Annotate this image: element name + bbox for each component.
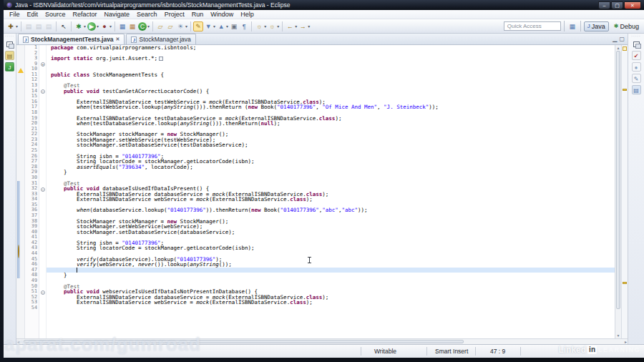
code-line-3[interactable]: import static org.junit.Assert.*; (47, 56, 615, 62)
vertical-scroll-thumb[interactable] (616, 51, 620, 309)
warning-marker-icon[interactable] (18, 56, 24, 61)
dropdown-arrow-icon[interactable]: ▾ (264, 24, 266, 29)
folding-ruler[interactable]: +––– (39, 45, 47, 338)
quick-access-box[interactable]: Quick Access (504, 21, 561, 31)
code-line-17[interactable]: when(testWebService.lookup(anyString()))… (47, 104, 615, 110)
toolbar-new-wizard-button[interactable]: ✚▾ (6, 21, 19, 31)
dropdown-arrow-icon[interactable]: ▾ (295, 24, 297, 29)
toolbar-open-task-button[interactable]: ▱ (155, 21, 165, 31)
vertical-scrollbar[interactable]: ▲ ▼ (615, 45, 621, 338)
code-line-34[interactable]: ExternalISBNDataService webService = moc… (47, 197, 615, 202)
dropdown-arrow-icon[interactable]: ▾ (226, 24, 228, 29)
dropdown-arrow-icon[interactable]: ▾ (16, 24, 18, 29)
minimize-button[interactable]: – (598, 1, 610, 9)
fold-collapse-icon[interactable]: – (39, 181, 47, 194)
menu-help[interactable]: Help (237, 10, 258, 19)
connections-icon[interactable]: ● (632, 62, 641, 72)
code-line-47[interactable] (47, 268, 615, 273)
line-number-ruler[interactable]: 1239101112131415161718192021222324252627… (25, 45, 39, 338)
toolbar-annotation-nav-2-button[interactable]: ☼▾ (267, 21, 280, 31)
quickfix-bulb-icon[interactable] (18, 245, 24, 250)
toolbar-run-button[interactable]: ▶▾ (87, 21, 99, 31)
close-button[interactable]: ✕ (624, 1, 641, 9)
drag-handle[interactable]: ····· (5, 34, 14, 37)
overview-warning-marker[interactable] (623, 282, 627, 284)
minimize-editor-icon[interactable]: ▁ (613, 36, 617, 42)
code-text-area[interactable]: package com.virtualpairprogrammers.isbnt… (47, 45, 615, 338)
code-line-30[interactable] (47, 175, 615, 181)
toolbar-mark-occurrences-button[interactable]: ✎ (193, 21, 203, 31)
toolbar-print-button[interactable]: ▤ (44, 21, 54, 31)
toolbar-save-all-button[interactable]: ▤ (34, 21, 44, 31)
restore-view-icon[interactable] (5, 39, 14, 49)
toolbar-search-button[interactable]: ☀▾ (175, 21, 188, 31)
title-bar[interactable]: Java - ISBNValidator/test/com/virtualpai… (4, 0, 644, 10)
toolbar-new-java-project-button[interactable]: ▦ (117, 21, 127, 31)
code-line-29[interactable]: } (47, 170, 615, 175)
menu-run[interactable]: Run (188, 10, 208, 19)
code-line-20[interactable]: when(testDatabaseService.lookup(anyStrin… (47, 121, 615, 127)
dropdown-arrow-icon[interactable]: ▾ (308, 24, 310, 29)
code-line-36[interactable]: when(databaseService.lookup("0140177396"… (47, 207, 615, 213)
menu-window[interactable]: Window (207, 10, 237, 19)
toolbar-back-button[interactable]: ←▾ (285, 21, 298, 31)
toolbar-open-resource-button[interactable]: ▱ (165, 21, 175, 31)
maximize-editor-icon[interactable]: ▢ (619, 36, 625, 42)
perspective-java-button[interactable]: JJava (584, 21, 609, 31)
perspective-debug-button[interactable]: ✱Debug (611, 22, 642, 31)
dropdown-arrow-icon[interactable]: ▾ (97, 24, 99, 29)
code-line-9[interactable] (47, 62, 615, 67)
toolbar-save-button[interactable]: ▤ (24, 21, 34, 31)
toolbar-new-class-button[interactable]: C▾ (137, 21, 150, 31)
menu-navigate[interactable]: Navigate (101, 10, 134, 19)
code-line-28[interactable]: assertEquals("739634", locatorCode); (47, 165, 615, 170)
dropdown-arrow-icon[interactable]: ▾ (185, 24, 187, 29)
code-line-11[interactable]: public class StockManagementTests { (47, 72, 615, 78)
scroll-up-icon[interactable]: ▲ (615, 46, 621, 50)
toolbar-coverage-button[interactable]: ●▾ (99, 21, 112, 31)
toolbar-pointer-mode-button[interactable]: ↖ (59, 21, 69, 31)
outline-icon[interactable]: ▤ (632, 85, 641, 94)
toolbar-last-edit-location-button[interactable]: ▣ (229, 21, 239, 31)
code-line-46[interactable]: verify(webService, never()).lookup(anySt… (47, 262, 615, 268)
toolbar-new-package-button[interactable]: ▦ (127, 21, 137, 31)
code-line-43[interactable]: String locatorCode = stockManager.getLoc… (47, 245, 615, 251)
toolbar-forward-button[interactable]: →▾ (298, 21, 311, 31)
open-perspective-button[interactable]: ▦ (567, 21, 577, 31)
dropdown-arrow-icon[interactable]: ▾ (213, 24, 215, 29)
javadoc-icon[interactable]: ✎ (632, 74, 641, 83)
code-line-24[interactable]: stockManager.setDatabaseService(testData… (47, 142, 615, 148)
code-line-54[interactable] (47, 305, 615, 311)
menu-source[interactable]: Source (42, 10, 69, 19)
junit-icon[interactable]: J (5, 62, 14, 72)
menu-edit[interactable]: Edit (24, 10, 42, 19)
overview-ruler[interactable] (621, 45, 628, 338)
code-line-40[interactable]: stockManager.setDatabaseService(database… (47, 230, 615, 235)
toolbar-next-annotation-button[interactable]: ▼▾ (203, 21, 216, 31)
fold-collapse-icon[interactable]: – (39, 83, 47, 96)
overview-warning-marker[interactable] (623, 89, 627, 91)
fold-expand-icon[interactable]: + (39, 56, 47, 69)
dropdown-arrow-icon[interactable]: ▾ (147, 24, 150, 29)
code-line-49[interactable] (47, 278, 615, 284)
toolbar-debug-button[interactable]: ✱▾ (74, 21, 87, 31)
close-tab-icon[interactable]: ✕ (116, 36, 120, 42)
menu-project[interactable]: Project (161, 10, 188, 19)
maximize-button[interactable]: ▢ (611, 1, 623, 9)
menu-file[interactable]: File (6, 10, 24, 19)
dropdown-arrow-icon[interactable]: ▾ (277, 24, 279, 29)
scroll-down-icon[interactable]: ▼ (615, 333, 621, 338)
toolbar-annotation-nav-button[interactable]: ☼▾ (254, 21, 267, 31)
toolbar-show-whitespace-button[interactable]: ¶ (239, 21, 249, 31)
tab-stockmanagementtests-java[interactable]: JStockManagementTests.java✕ (18, 34, 125, 44)
code-line-12[interactable] (47, 77, 615, 83)
marker-ruler[interactable] (16, 45, 25, 338)
menu-refactor[interactable]: Refactor (69, 10, 101, 19)
code-line-53[interactable]: ExternalISBNDataService webService = moc… (47, 300, 615, 305)
dropdown-arrow-icon[interactable]: ▾ (109, 24, 112, 29)
drag-handle[interactable]: ····· (631, 34, 640, 37)
package-explorer-icon[interactable]: ▤ (5, 51, 14, 60)
menu-search[interactable]: Search (133, 10, 161, 19)
collapsed-region-icon[interactable] (159, 57, 163, 61)
task-list-icon[interactable]: ✔ (632, 51, 641, 60)
